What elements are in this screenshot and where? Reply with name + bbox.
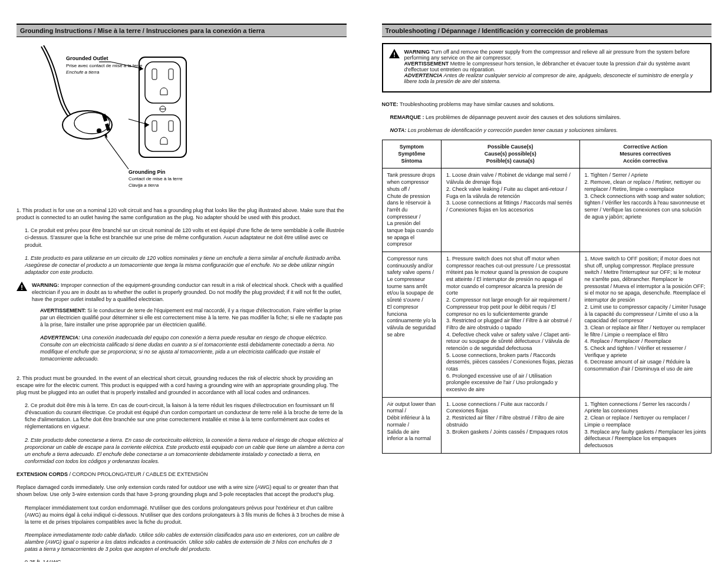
left-column: Grounding Instructions / Mise à la terre… [17, 24, 347, 562]
troubleshooting-table: SymptomSymptômeSíntoma Possible Cause(s)… [382, 140, 712, 453]
plug-outlet-svg: Grounded Outlet Prise avec contact de mi… [40, 45, 193, 199]
th-action-text: Corrective ActionMesures correctivesAcci… [585, 144, 706, 164]
ext-heading-rest: / CORDON PROLONGATEUR / CABLES DE EXTENS… [68, 471, 207, 477]
label-grounded-outlet-fr: Prise avec contact de mise à la terre [66, 63, 143, 68]
table-header-row: SymptomSymptômeSíntoma Possible Cause(s)… [382, 140, 711, 168]
note-en-body: Troubleshooting problems may have simila… [400, 101, 555, 107]
warning-body-en: Improper connection of the equipment-gro… [32, 282, 342, 302]
warning-triangle-icon: ! [389, 49, 400, 58]
note-es: NOTA: Los problemas de identificación y … [382, 127, 712, 134]
callout-es-body: Antes de realizar cualquier servicio al … [404, 72, 693, 84]
th-symptom-text: SymptomSymptômeSíntoma [387, 144, 437, 164]
cell-symptom: Tank pressure drops when compressor shut… [382, 168, 442, 252]
warning-row: ! WARNING: Improper connection of the eq… [17, 282, 347, 368]
warning-body-es: Una conexión inadecuada del equipo con c… [40, 335, 334, 362]
warning-en: WARNING: Improper connection of the equi… [32, 282, 347, 303]
table-row: Air output lower than normal /Débit infé… [382, 397, 711, 453]
para2-es: 2. Este producto debe conectarse a tierr… [17, 437, 347, 465]
callout-text: WARNING Turn off and remove the power su… [404, 49, 705, 84]
svg-rect-13 [152, 121, 157, 131]
warning-es: ADVERTENCIA: Una conexión inadecuada del… [32, 334, 347, 363]
callout-en-label: WARNING [404, 49, 430, 55]
svg-rect-9 [169, 69, 173, 80]
para1-es: 1. Este producto es para utilizarse en u… [17, 254, 347, 276]
svg-rect-7 [145, 62, 180, 103]
th-symptom: SymptomSymptômeSíntoma [382, 140, 442, 168]
callout-warn-row: ! WARNING Turn off and remove the power … [389, 49, 705, 84]
callout-en: WARNING Turn off and remove the power su… [404, 49, 705, 61]
para1-fr: 1. Ce produit est prévu pour être branch… [17, 227, 347, 248]
svg-rect-14 [169, 121, 173, 131]
svg-text:!: ! [393, 51, 396, 58]
ext-specs: 0-25 ft. 14AWG 26-50 ft. 12AWG 0-8 m 2.5… [17, 558, 347, 562]
note-fr-body: Les problèmes de dépannage peuvent avoir… [426, 114, 621, 120]
note-en-label: NOTE: [382, 101, 400, 107]
note-fr: REMARQUE : Les problèmes de dépannage pe… [382, 114, 712, 121]
callout-es-label: ADVERTENCIA [404, 72, 443, 78]
para1-en: 1. This product is for use on a nominal … [17, 207, 347, 221]
note-fr-label: REMARQUE : [390, 114, 426, 120]
ext-es: Reemplace inmediatamente todo cable daña… [17, 531, 347, 553]
label-grounding-pin-es: Clavija a tierra [129, 183, 159, 188]
label-grounding-pin-fr: Contact de mise à la terre [129, 176, 183, 181]
callout-en-body: Turn off and remove the power supply fro… [404, 49, 690, 61]
callout-es: ADVERTENCIA Antes de realizar cualquier … [404, 72, 705, 84]
grounding-heading: Grounding Instructions / Mise à la terre… [17, 24, 347, 37]
warning-fr: AVERTISSEMENT: Si le conducteur de terre… [32, 307, 347, 328]
label-grounding-pin-en: Grounding Pin [129, 169, 166, 175]
cell-cause: 1. Loose drain valve / Robinet de vidang… [442, 168, 580, 252]
th-cause: Possible Cause(s)Cause(s) possible(s)Pos… [442, 140, 580, 168]
troubleshooting-heading: Troubleshooting / Dépannage / Identifica… [382, 24, 712, 37]
warning-text-block: WARNING: Improper connection of the equi… [32, 282, 347, 368]
ts-heading-rest: / Dépannage / Identificación y correcció… [436, 27, 608, 34]
table-row: Compressor runs continuously and/or safe… [382, 252, 711, 398]
cell-action: 1. Tighten / Serrer / Apriete2. Remove, … [579, 168, 711, 252]
ext-heading: EXTENSION CORDS / CORDON PROLONGATEUR / … [17, 471, 347, 478]
ext-fr: Remplacer immédiatement tout cordon endo… [17, 504, 347, 525]
cell-symptom: Compressor runs continuously and/or safe… [382, 252, 442, 398]
svg-text:!: ! [21, 284, 23, 291]
cell-action: 1. Tighten connections / Serrer les racc… [579, 397, 711, 453]
label-grounded-outlet-es: Enchufe a tierra [66, 70, 100, 75]
ext-spec-0: 0-25 ft. 14AWG [25, 558, 347, 562]
callout-fr-label: AVERTISSEMENT [404, 61, 449, 67]
callout-fr: AVERTISSEMENT Mettre le compresseur hors… [404, 61, 705, 72]
grounding-heading-en: Grounding Instructions [20, 27, 92, 34]
plug-outlet-illustration: Grounded Outlet Prise avec contact de mi… [17, 43, 347, 203]
warning-label-es: ADVERTENCIA: [40, 335, 81, 340]
para2-en: 2. This product must be grounded. In the… [17, 375, 347, 396]
ts-heading-en: Troubleshooting [386, 27, 436, 34]
table-row: Tank pressure drops when compressor shut… [382, 168, 711, 252]
label-grounded-outlet-en: Grounded Outlet [66, 55, 108, 61]
ext-heading-en: EXTENSION CORDS [17, 471, 68, 477]
warning-label-fr: AVERTISSEMENT: [40, 308, 87, 313]
cell-cause: 1. Loose connections / Fuite aux raccord… [442, 397, 580, 453]
grounding-heading-rest: / Mise à la terre / Instrucciones para l… [92, 27, 265, 34]
svg-rect-12 [145, 115, 180, 151]
note-es-body: Los problemas de identificación y correc… [408, 127, 618, 133]
warning-label-en: WARNING: [32, 282, 61, 288]
svg-point-4 [97, 128, 101, 133]
cell-symptom: Air output lower than normal /Débit infé… [382, 397, 442, 453]
service-warning-callout: ! WARNING Turn off and remove the power … [382, 43, 712, 92]
th-action: Corrective ActionMesures correctivesAcci… [579, 140, 711, 168]
page: Grounding Instructions / Mise à la terre… [0, 0, 728, 562]
warning-triangle-icon: ! [17, 282, 27, 291]
svg-rect-8 [152, 69, 157, 80]
cell-cause: 1. Pressure switch does not shut off mot… [442, 252, 580, 398]
note-es-label: NOTA: [390, 127, 408, 133]
para2-fr: 2. Ce produit doit être mis à la terre. … [17, 402, 347, 431]
note-en: NOTE: Troubleshooting problems may have … [382, 101, 712, 108]
right-column: Troubleshooting / Dépannage / Identifica… [382, 24, 712, 562]
ext-en: Replace damaged cords immediately. Use o… [17, 484, 347, 498]
cell-action: 1. Move switch to OFF position; if motor… [579, 252, 711, 398]
th-cause-text: Possible Cause(s)Cause(s) possible(s)Pos… [446, 144, 575, 164]
